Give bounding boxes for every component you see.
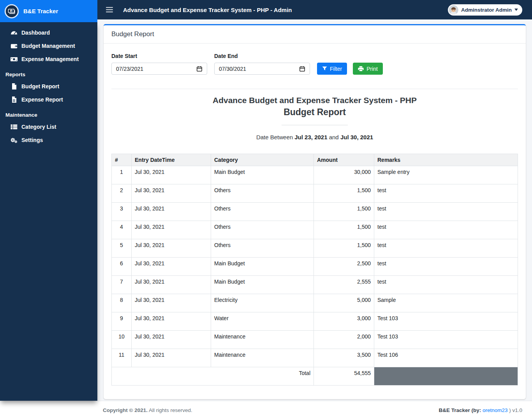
- date-end-input[interactable]: 07/30/2021: [214, 63, 310, 75]
- row-number: 4: [112, 221, 132, 239]
- report-header: Advance Budget and Expense Tracker Syste…: [111, 95, 518, 140]
- cell-amount: 1,500: [314, 221, 374, 239]
- footer-credits-bold: B&E Tracker (by:: [439, 407, 483, 413]
- header-number: #: [112, 154, 132, 166]
- file-alt-icon: [10, 96, 18, 103]
- date-start-value: 07/23/2021: [116, 66, 143, 72]
- sidebar-item-label: Category List: [21, 124, 56, 130]
- table-row: 1 Jul 30, 2021 Main Budget 30,000 Sample…: [112, 166, 518, 184]
- caret-down-icon: [514, 9, 518, 11]
- sidebar-item-budget-report[interactable]: Budget Report: [0, 80, 97, 93]
- tachometer-icon: [10, 29, 18, 37]
- table-total-row: Total 54,555: [112, 367, 518, 386]
- sidebar-section-reports: Reports: [0, 69, 97, 80]
- table-row: 2 Jul 30, 2021 Others 1,500 test: [112, 184, 518, 203]
- cell-entry-datetime: Jul 30, 2021: [132, 276, 211, 294]
- cell-entry-datetime: Jul 30, 2021: [132, 312, 211, 331]
- cell-amount: 3,500: [314, 349, 374, 367]
- header-category: Category: [211, 154, 314, 166]
- cell-amount: 2,000: [314, 331, 374, 349]
- sidebar-item-expense-report[interactable]: Expense Report: [0, 93, 97, 106]
- cell-category: Main Budget: [211, 276, 314, 294]
- filter-button[interactable]: Filter: [317, 63, 347, 75]
- cell-category: Main Budget: [211, 166, 314, 184]
- footer-copyright: Copyright © 2021. All rights reserved.: [103, 407, 192, 413]
- table-row: 7 Jul 30, 2021 Main Budget 2,555 test: [112, 276, 518, 294]
- calendar-icon[interactable]: [299, 66, 305, 72]
- row-number: 2: [112, 184, 132, 203]
- cell-entry-datetime: Jul 30, 2021: [132, 258, 211, 276]
- sidebar-nav: Dashboard Budget Management: [0, 26, 97, 147]
- report-date-range: Date Between Jul 23, 2021 and Jul 30, 20…: [111, 134, 518, 140]
- cell-entry-datetime: Jul 30, 2021: [132, 166, 211, 184]
- cell-category: Others: [211, 221, 314, 239]
- date-range-prefix: Date Between: [256, 134, 294, 140]
- footer-copyright-bold: Copyright © 2021.: [103, 407, 148, 413]
- sidebar-item-expense-management[interactable]: Expense Management: [0, 53, 97, 66]
- cell-entry-datetime: Jul 30, 2021: [132, 294, 211, 312]
- cell-entry-datetime: Jul 30, 2021: [132, 203, 211, 221]
- sidebar-section-maintenance: Maintenance: [0, 109, 97, 120]
- date-start-label: Date Start: [111, 53, 207, 59]
- table-row: 11 Jul 30, 2021 Maintenance 3,500 Test 1…: [112, 349, 518, 367]
- navbar-title: Advance Budget and Expense Tracker Syste…: [123, 7, 292, 13]
- cell-remarks: test: [374, 258, 518, 276]
- sidebar-item-label: Budget Management: [21, 43, 75, 49]
- svg-text:$: $: [11, 9, 12, 12]
- footer-copyright-text: All rights reserved.: [148, 407, 192, 413]
- total-amount: 54,555: [314, 367, 374, 386]
- cell-entry-datetime: Jul 30, 2021: [132, 349, 211, 367]
- footer-credits: B&E Tracker (by: oretnom23 ) v1.0: [439, 407, 522, 413]
- print-button[interactable]: Print: [353, 63, 383, 75]
- budget-report-card: Budget Report Date Start 07/23/2021: [104, 24, 526, 399]
- top-navbar: Advance Budget and Expense Tracker Syste…: [97, 0, 532, 19]
- sidebar-item-label: Expense Management: [21, 56, 79, 62]
- cell-remarks: test: [374, 221, 518, 239]
- row-number: 7: [112, 276, 132, 294]
- date-range-conjunction: and: [328, 134, 340, 140]
- cell-category: Maintenance: [211, 331, 314, 349]
- footer-version: ) v1.0: [507, 407, 522, 413]
- hamburger-menu-icon[interactable]: [106, 7, 113, 12]
- date-start-input[interactable]: 07/23/2021: [111, 63, 207, 75]
- row-number: 10: [112, 331, 132, 349]
- cell-amount: 3,000: [314, 312, 374, 331]
- total-label: Total: [112, 367, 314, 386]
- cell-remarks: test: [374, 276, 518, 294]
- total-remarks-cell: [374, 367, 518, 386]
- table-row: 8 Jul 30, 2021 Electricity 5,000 Sample: [112, 294, 518, 312]
- sidebar-item-settings[interactable]: Settings: [0, 133, 97, 147]
- sidebar-item-label: Budget Report: [21, 83, 59, 89]
- table-row: 10 Jul 30, 2021 Maintenance 2,000 Test 1…: [112, 331, 518, 349]
- user-dropdown[interactable]: Adminstrator Admin: [448, 4, 522, 16]
- report-title: Budget Report: [111, 107, 518, 118]
- table-row: 3 Jul 30, 2021 Others 1,500 test: [112, 203, 518, 221]
- report-system-title: Advance Budget and Expense Tracker Syste…: [111, 95, 518, 105]
- row-number: 8: [112, 294, 132, 312]
- sidebar-item-dashboard[interactable]: Dashboard: [0, 26, 97, 39]
- print-button-label: Print: [366, 66, 378, 72]
- table-row: 5 Jul 30, 2021 Others 1,500 test: [112, 239, 518, 258]
- report-divider: [282, 125, 348, 125]
- row-number: 3: [112, 203, 132, 221]
- cell-category: Others: [211, 203, 314, 221]
- sidebar-item-category-list[interactable]: Category List: [0, 120, 97, 133]
- cell-category: Electricity: [211, 294, 314, 312]
- filter-button-label: Filter: [330, 66, 342, 72]
- cell-remarks: test: [374, 239, 518, 258]
- table-row: 6 Jul 30, 2021 Main Budget 2,500 test: [112, 258, 518, 276]
- date-range-start: Jul 23, 2021: [294, 134, 327, 140]
- brand-link[interactable]: $ B&E Tracker: [0, 0, 97, 22]
- sidebar-item-label: Dashboard: [21, 30, 50, 36]
- file-icon: [10, 82, 18, 90]
- user-avatar: [449, 5, 458, 15]
- row-number: 9: [112, 312, 132, 331]
- row-number: 5: [112, 239, 132, 258]
- calendar-icon[interactable]: [196, 66, 203, 72]
- cell-remarks: Test 103: [374, 331, 518, 349]
- footer-author-link[interactable]: oretnom23: [483, 407, 508, 413]
- filter-section: Date Start 07/23/2021: [111, 53, 518, 89]
- wallet-icon: [10, 42, 18, 50]
- sidebar-item-budget-management[interactable]: Budget Management: [0, 39, 97, 53]
- cell-remarks: test: [374, 203, 518, 221]
